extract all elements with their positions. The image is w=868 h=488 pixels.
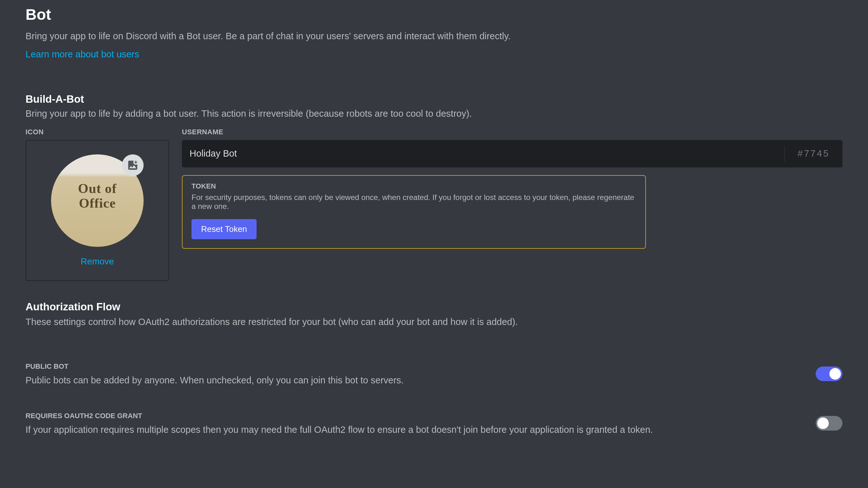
learn-more-link[interactable]: Learn more about bot users	[26, 49, 139, 60]
public-bot-toggle[interactable]	[816, 366, 842, 381]
username-label: Username	[182, 128, 842, 140]
public-bot-description: Public bots can be added by anyone. When…	[26, 375, 803, 386]
icon-upload-box[interactable]: Out of Office Remove	[26, 140, 169, 281]
page-subtitle: Bring your app to life on Discord with a…	[26, 30, 842, 49]
public-bot-label: Public Bot	[26, 362, 803, 375]
remove-icon-link[interactable]: Remove	[81, 256, 114, 267]
token-label: Token	[191, 182, 636, 193]
discriminator: #7745	[784, 146, 842, 162]
image-add-icon	[127, 159, 139, 171]
avatar-container[interactable]: Out of Office	[51, 154, 144, 247]
build-a-bot-title: Build-A-Bot	[26, 60, 842, 108]
oauth-grant-label: Requires OAuth2 Code Grant	[26, 412, 803, 425]
toggle-thumb	[829, 368, 841, 380]
oauth-grant-row: Requires OAuth2 Code Grant If your appli…	[26, 386, 842, 435]
page-title: Bot	[26, 0, 842, 30]
token-description: For security purposes, tokens can only b…	[191, 193, 636, 219]
toggle-thumb	[817, 418, 829, 429]
auth-flow-description: These settings control how OAuth2 author…	[26, 317, 842, 336]
username-input-wrapper: #7745	[182, 140, 842, 167]
auth-flow-title: Authorization Flow	[26, 281, 842, 317]
reset-token-button[interactable]: Reset Token	[191, 219, 256, 239]
upload-image-button[interactable]	[122, 154, 144, 176]
oauth-grant-description: If your application requires multiple sc…	[26, 425, 803, 435]
public-bot-row: Public Bot Public bots can be added by a…	[26, 336, 842, 386]
oauth-grant-toggle[interactable]	[816, 416, 842, 431]
username-input[interactable]	[182, 140, 784, 167]
token-box: Token For security purposes, tokens can …	[182, 175, 646, 249]
icon-label: Icon	[26, 128, 169, 140]
avatar-text: Out of Office	[74, 181, 121, 210]
build-a-bot-description: Bring your app to life by adding a bot u…	[26, 108, 842, 128]
